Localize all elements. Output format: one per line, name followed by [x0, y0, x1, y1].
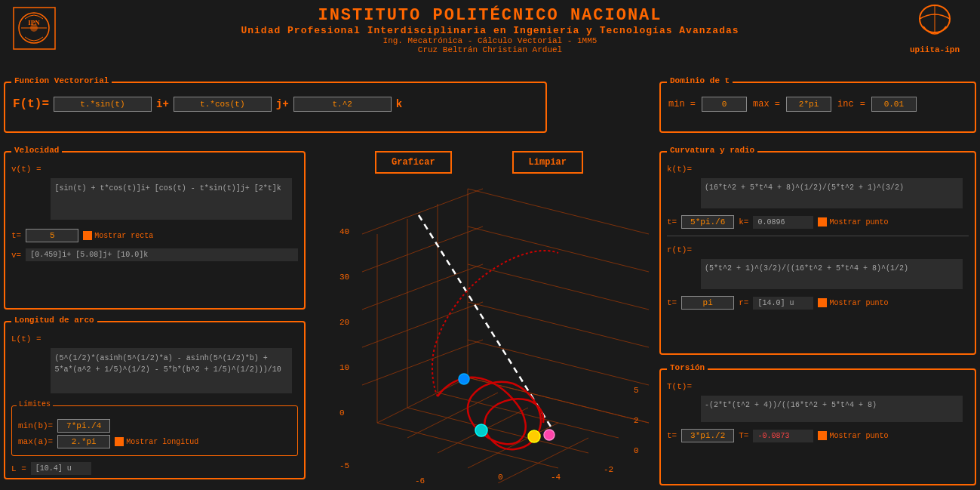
k-label: k(t)=: [667, 165, 692, 174]
v-checkbox[interactable]: [83, 231, 92, 240]
v-result-row: v= [0.459]i+ [5.08]j+ [10.0]k: [5, 245, 304, 264]
dominio-max-input[interactable]: [786, 97, 831, 112]
header-info1: Ing. Mecatrónica - Cálculo Vectorial - 1…: [0, 36, 980, 45]
dominio-row: min = max = inc =: [661, 83, 975, 112]
tors-checkbox[interactable]: [818, 431, 827, 440]
v-result-label: v=: [11, 251, 21, 260]
svg-text:40: 40: [339, 227, 349, 236]
tors-input-row: t= T= -0.0873 Mostrar punto: [661, 427, 975, 445]
tors-result-value: -0.0873: [753, 430, 813, 442]
tors-checkbox-label[interactable]: Mostrar punto: [818, 431, 888, 440]
r-checkbox-label[interactable]: Mostrar punto: [818, 298, 888, 307]
k-result-label: k=: [739, 217, 748, 227]
upiita-logo-right: upiita-ipn: [897, 4, 972, 57]
r-result-value: [14.0] u: [753, 297, 813, 310]
v-t-row: t= Mostrar recta: [5, 226, 304, 245]
k-t-input[interactable]: [681, 215, 734, 229]
header: IPN upiita-ipn INSTITUTO POLITÉCNICO NAC…: [0, 0, 980, 57]
funcion-label: F(t)=: [13, 97, 49, 111]
dominio-inc-equals: =: [860, 99, 865, 109]
svg-text:2: 2: [634, 416, 639, 425]
svg-text:20: 20: [339, 318, 349, 327]
svg-text:-4: -4: [551, 473, 561, 482]
header-title: INSTITUTO POLITÉCNICO NACIONAL: [0, 6, 980, 25]
l-min-label: min(b)=: [18, 421, 53, 430]
funcion-panel: Funcion Vectororial F(t)= i+ j+ k: [4, 82, 547, 133]
dominio-min-input[interactable]: [702, 97, 747, 112]
velocidad-panel-title: Velocidad: [11, 146, 62, 155]
k-input-row: t= k= 0.0896 Mostrar punto: [661, 213, 975, 231]
torsion-panel: Torsión T(t)= -(2*t*(t^2 + 4))/((16*t^2 …: [659, 368, 976, 485]
ipn-logo-left: IPN: [8, 4, 60, 57]
svg-point-47: [459, 374, 469, 384]
funcion-row: F(t)= i+ j+ k: [5, 83, 545, 112]
limites-title: Límites: [17, 400, 53, 408]
svg-point-49: [528, 430, 540, 442]
tors-t-input[interactable]: [681, 429, 734, 442]
k-checkbox-label[interactable]: Mostrar punto: [818, 217, 888, 227]
limites-sub: Límites min(b)= max(a)= Mostrar longitud: [11, 405, 298, 456]
svg-point-5: [30, 24, 38, 32]
svg-text:10: 10: [339, 363, 349, 372]
funcion-i-input[interactable]: [54, 97, 152, 112]
t-label: T(t)=: [667, 382, 692, 391]
velocidad-panel: Velocidad v(t) = [sin(t) + t*cos(t)]i+ […: [4, 151, 306, 310]
dominio-panel-title: Dominio de t: [667, 76, 733, 85]
tors-t-label: t=: [667, 431, 677, 440]
tors-formula: -(2*t*(t^2 + 4))/((16*t^2 + 5*t^4 + 8): [701, 396, 963, 422]
k-t-label: t=: [667, 217, 677, 227]
graficar-button[interactable]: Graficar: [375, 151, 452, 174]
r-t-label: t=: [667, 298, 677, 307]
v-result-value: [0.459]i+ [5.08]j+ [10.0]k: [26, 248, 298, 261]
curvatura-panel: Curvatura y radio k(t)= (16*t^2 + 5*t^4 …: [659, 151, 976, 355]
dominio-inc-input[interactable]: [871, 97, 917, 112]
svg-text:0: 0: [339, 408, 345, 418]
button-row: Graficar Limpiar: [339, 151, 619, 174]
r-label: r(t)=: [667, 245, 692, 254]
r-input-row: t= r= [14.0] u Mostrar punto: [661, 294, 975, 312]
l-min-row: min(b)=: [18, 419, 291, 433]
l-label: L(t) =: [11, 334, 41, 344]
r-t-input[interactable]: [681, 296, 734, 310]
tors-result-label: T=: [739, 431, 748, 440]
plot-area: -5 -6 0 -4 -2 0 2 5 0 10 20 30 40: [317, 174, 649, 483]
dominio-max-label: max =: [753, 99, 780, 109]
k-checkbox[interactable]: [818, 217, 827, 227]
funcion-panel-title: Funcion Vectororial: [11, 76, 112, 85]
svg-text:0: 0: [634, 446, 639, 455]
v-t-label: t=: [11, 231, 21, 240]
l-checkbox[interactable]: [115, 437, 124, 446]
funcion-k-label: k: [396, 98, 402, 110]
svg-text:-6: -6: [415, 476, 425, 483]
dominio-inc-label: inc: [837, 99, 854, 109]
l-formula: (5^(1/2)*(asinh(5^(1/2)*a) - asinh(5^(1/…: [51, 348, 292, 393]
r-checkbox[interactable]: [818, 298, 827, 307]
l-max-row: max(a)= Mostrar longitud: [18, 435, 291, 448]
l-min-input[interactable]: [57, 419, 110, 433]
v-formula: [sin(t) + t*cos(t)]i+ [cos(t) - t*sin(t)…: [51, 178, 292, 220]
funcion-k-input[interactable]: [293, 97, 392, 112]
v-checkbox-label[interactable]: Mostrar recta: [83, 231, 153, 240]
svg-text:5: 5: [634, 386, 639, 395]
l-result-label: L =: [11, 464, 26, 473]
l-max-label: max(a)=: [18, 437, 53, 446]
curv-divider: [667, 236, 969, 236]
longitud-panel: Longitud de arco L(t) = (5^(1/2)*(asinh(…: [4, 321, 306, 479]
l-result-row: L = [10.4] u: [5, 459, 304, 478]
curvatura-panel-title: Curvatura y radio: [667, 146, 757, 155]
r-formula: (5*t^2 + 1)^(3/2)/((16*t^2 + 5*t^4 + 8)^…: [701, 259, 963, 289]
dominio-panel: Dominio de t min = max = inc =: [659, 82, 976, 133]
torsion-panel-title: Torsión: [667, 363, 708, 372]
svg-text:-5: -5: [339, 461, 349, 470]
r-result-label: r=: [739, 298, 748, 307]
longitud-panel-title: Longitud de arco: [11, 316, 97, 325]
funcion-j-input[interactable]: [174, 97, 272, 112]
l-checkbox-label[interactable]: Mostrar longitud: [115, 437, 198, 446]
funcion-j-label: j+: [276, 98, 289, 110]
v-t-input[interactable]: [26, 229, 78, 242]
svg-text:-2: -2: [604, 465, 613, 474]
l-max-input[interactable]: [57, 435, 110, 448]
svg-point-48: [475, 424, 487, 436]
limpiar-button[interactable]: Limpiar: [512, 151, 583, 174]
k-formula: (16*t^2 + 5*t^4 + 8)^(1/2)/(5*t^2 + 1)^(…: [701, 178, 963, 208]
